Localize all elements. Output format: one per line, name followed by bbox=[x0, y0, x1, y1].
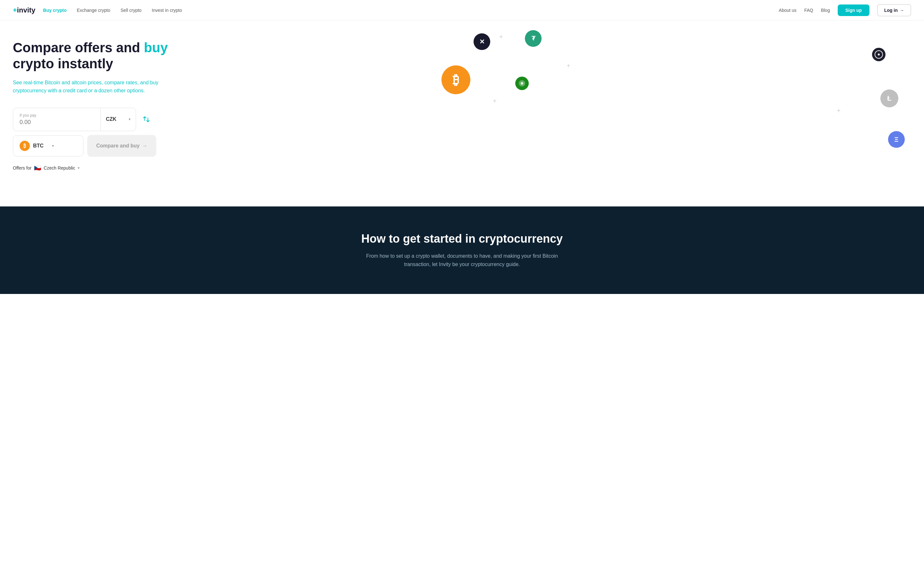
compare-arrow-icon: → bbox=[142, 143, 147, 149]
hero-title: Compare offers and buy crypto instantly bbox=[13, 40, 205, 72]
hero-title-start: Compare offers and bbox=[13, 40, 144, 55]
pay-input-left: If you pay bbox=[13, 108, 100, 131]
login-arrow-icon: → bbox=[900, 8, 904, 13]
hero-title-end: crypto instantly bbox=[13, 56, 113, 71]
nav-right: About us FAQ Blog Sign up Log in → bbox=[779, 4, 911, 16]
plus-icon-4: + bbox=[837, 107, 841, 114]
svg-point-0 bbox=[875, 51, 883, 58]
nav-buy-crypto[interactable]: Buy crypto bbox=[43, 8, 66, 13]
nav-faq[interactable]: FAQ bbox=[804, 8, 813, 13]
pay-input-group: If you pay CZK ▾ bbox=[13, 108, 136, 131]
nav-about[interactable]: About us bbox=[779, 8, 796, 13]
plus-icon-2: + bbox=[567, 62, 570, 69]
dark-section-title: How to get started in cryptocurrency bbox=[13, 232, 911, 245]
signup-button[interactable]: Sign up bbox=[838, 5, 869, 16]
tether-icon: ₮ bbox=[525, 30, 541, 47]
nav-exchange-crypto[interactable]: Exchange crypto bbox=[77, 8, 110, 13]
swap-button[interactable] bbox=[140, 113, 153, 126]
crypto-floats: + + + + ✕ ₮ ₿ Ł Ξ bbox=[416, 21, 924, 206]
buy-form: If you pay CZK ▾ ₿ BTC ▾ bbox=[13, 108, 205, 157]
offers-label: Offers for bbox=[13, 165, 31, 171]
svg-point-3 bbox=[521, 82, 523, 85]
offers-row: Offers for 🇨🇿 Czech Republic ▾ bbox=[13, 164, 205, 171]
hero-section: + + + + ✕ ₮ ₿ Ł Ξ Com bbox=[0, 21, 924, 206]
btc-select-icon: ₿ bbox=[19, 141, 30, 151]
cosmos-icon bbox=[872, 48, 885, 61]
brand: +invity Buy crypto Exchange crypto Sell … bbox=[13, 6, 182, 15]
ltc-icon: Ł bbox=[880, 89, 898, 107]
pay-amount-input[interactable] bbox=[19, 119, 94, 126]
svg-point-1 bbox=[878, 53, 880, 55]
hero-subtitle: See real-time Bitcoin and altcoin prices… bbox=[13, 79, 180, 95]
dark-section-subtitle: From how to set up a crypto wallet, docu… bbox=[366, 252, 558, 268]
xem-icon: ✕ bbox=[473, 33, 490, 50]
logo[interactable]: +invity bbox=[13, 6, 35, 15]
login-button[interactable]: Log in → bbox=[877, 4, 911, 16]
country-chevron-icon[interactable]: ▾ bbox=[78, 166, 79, 170]
svg-point-2 bbox=[519, 80, 525, 87]
currency-chevron-icon: ▾ bbox=[129, 117, 131, 121]
hero-content: Compare offers and buy crypto instantly … bbox=[13, 40, 205, 171]
currency-label: CZK bbox=[106, 116, 116, 122]
hero-title-highlight: buy bbox=[144, 40, 168, 55]
btc-icon: ₿ bbox=[441, 65, 470, 94]
login-label: Log in bbox=[884, 8, 898, 13]
nav-blog[interactable]: Blog bbox=[821, 8, 830, 13]
pay-input-label: If you pay bbox=[19, 113, 94, 118]
crypto-chevron-icon: ▾ bbox=[52, 143, 54, 148]
btt-icon bbox=[515, 77, 529, 90]
nav-left-links: Buy crypto Exchange crypto Sell crypto I… bbox=[43, 8, 182, 13]
swap-icon bbox=[142, 115, 150, 123]
compare-buy-label: Compare and buy bbox=[96, 143, 140, 149]
nav-invest-crypto[interactable]: Invest in crypto bbox=[152, 8, 182, 13]
currency-selector[interactable]: CZK ▾ bbox=[100, 108, 136, 131]
logo-plus: + bbox=[13, 6, 17, 15]
dark-section: How to get started in cryptocurrency Fro… bbox=[0, 206, 924, 294]
compare-buy-button[interactable]: Compare and buy → bbox=[87, 135, 156, 157]
plus-icon-3: + bbox=[493, 97, 497, 105]
country-label: Czech Republic bbox=[44, 165, 75, 171]
crypto-label: BTC bbox=[33, 143, 44, 149]
nav-sell-crypto[interactable]: Sell crypto bbox=[121, 8, 142, 13]
plus-icon-1: + bbox=[499, 33, 503, 41]
navbar: +invity Buy crypto Exchange crypto Sell … bbox=[0, 0, 924, 21]
logo-name: invity bbox=[17, 6, 35, 15]
czech-flag-icon: 🇨🇿 bbox=[34, 164, 41, 171]
eth-icon: Ξ bbox=[888, 131, 905, 148]
crypto-selector[interactable]: ₿ BTC ▾ bbox=[13, 135, 83, 156]
